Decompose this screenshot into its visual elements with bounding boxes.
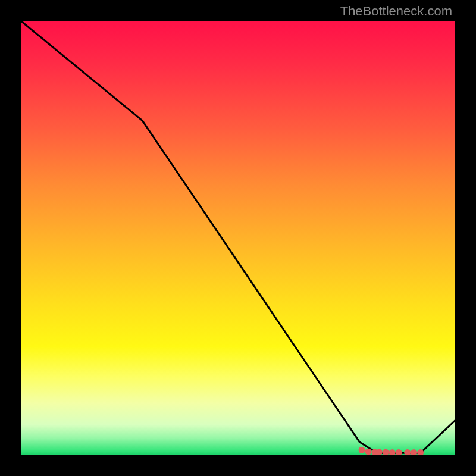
data-marker [396,449,402,455]
chart-container: TheBottleneck.com [0,0,476,476]
plot-area [21,21,455,455]
data-marker [383,449,389,455]
data-line [21,21,455,453]
watermark-label: TheBottleneck.com [340,4,452,19]
data-marker [365,449,372,455]
data-marker [404,449,411,455]
line-plot [21,21,455,455]
data-marker [376,449,383,455]
data-marker [411,449,417,455]
data-marker [359,447,365,453]
data-marker [389,449,396,455]
